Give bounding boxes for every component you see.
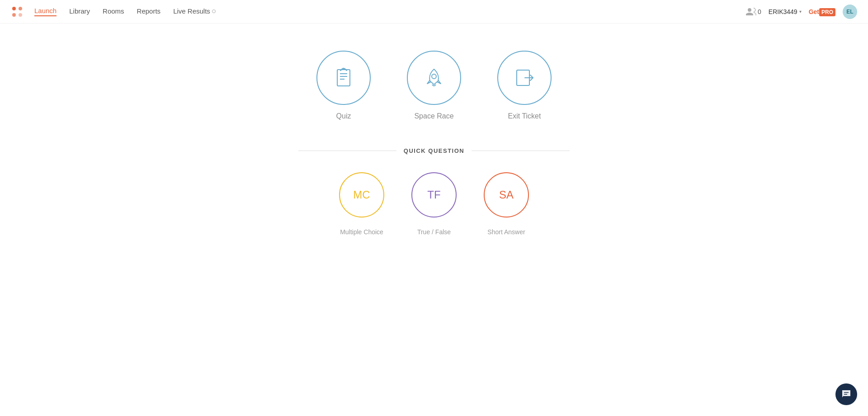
- space-race-circle[interactable]: [407, 51, 461, 105]
- quiz-item[interactable]: Quiz: [316, 51, 371, 120]
- avatar[interactable]: EL: [843, 5, 857, 19]
- username-dropdown[interactable]: ERIK3449 ▾: [769, 8, 802, 15]
- svg-point-2: [12, 13, 16, 17]
- nav-rooms[interactable]: Rooms: [103, 7, 124, 16]
- chat-icon: [841, 389, 851, 399]
- mc-label: Multiple Choice: [340, 228, 383, 236]
- tf-label: True / False: [417, 228, 451, 236]
- get-label: Get: [809, 8, 819, 15]
- tf-letters: TF: [427, 189, 440, 201]
- chevron-down-icon: ▾: [799, 9, 802, 14]
- main-content: Quiz Space Race: [0, 24, 868, 236]
- pro-label: PRO: [819, 8, 835, 16]
- sa-label: Short Answer: [487, 228, 525, 236]
- quick-question-icons: MC Multiple Choice TF True / False SA Sh…: [298, 172, 570, 236]
- quick-question-title: QUICK QUESTION: [396, 147, 472, 154]
- logo[interactable]: [11, 5, 24, 18]
- svg-point-3: [19, 13, 22, 17]
- user-count[interactable]: 0: [746, 8, 761, 15]
- header: Launch Library Rooms Reports Live Result…: [0, 0, 868, 24]
- chat-button[interactable]: [835, 383, 857, 405]
- sa-circle[interactable]: SA: [484, 172, 529, 217]
- space-race-label: Space Race: [414, 112, 453, 120]
- quiz-circle[interactable]: [316, 51, 371, 105]
- main-nav: Launch Library Rooms Reports Live Result…: [34, 7, 216, 16]
- nav-reports[interactable]: Reports: [137, 7, 161, 16]
- true-false-item[interactable]: TF True / False: [411, 172, 457, 236]
- svg-point-0: [12, 7, 16, 10]
- exit-ticket-label: Exit Ticket: [508, 112, 541, 120]
- exit-ticket-circle[interactable]: [497, 51, 552, 105]
- quick-question-header: QUICK QUESTION: [298, 147, 570, 154]
- multiple-choice-item[interactable]: MC Multiple Choice: [339, 172, 384, 236]
- quiz-icon: [331, 66, 356, 90]
- username-text: ERIK3449: [769, 8, 797, 15]
- space-race-item[interactable]: Space Race: [407, 51, 461, 120]
- nav-library[interactable]: Library: [69, 7, 90, 16]
- exit-ticket-item[interactable]: Exit Ticket: [497, 51, 552, 120]
- header-right: 0 ERIK3449 ▾ GetPRO EL: [746, 5, 857, 19]
- get-pro-button[interactable]: GetPRO: [809, 8, 835, 15]
- mc-letters: MC: [353, 189, 370, 201]
- user-count-number: 0: [758, 8, 761, 15]
- svg-point-8: [432, 74, 436, 79]
- qq-left-line: [298, 151, 396, 151]
- sa-letters: SA: [499, 189, 514, 201]
- svg-point-1: [19, 7, 22, 10]
- mc-circle[interactable]: MC: [339, 172, 384, 217]
- users-icon: [746, 8, 756, 15]
- qq-right-line: [472, 151, 570, 151]
- short-answer-item[interactable]: SA Short Answer: [484, 172, 529, 236]
- tf-circle[interactable]: TF: [411, 172, 457, 217]
- svg-rect-4: [337, 70, 350, 86]
- activity-icons-row: Quiz Space Race: [316, 51, 552, 120]
- notification-dot: [212, 9, 216, 13]
- nav-live-results[interactable]: Live Results: [173, 7, 216, 16]
- space-race-icon: [421, 65, 447, 91]
- quick-question-section: QUICK QUESTION MC Multiple Choice TF Tru…: [298, 147, 570, 236]
- quiz-label: Quiz: [336, 112, 351, 120]
- nav-launch[interactable]: Launch: [34, 7, 57, 16]
- exit-ticket-icon: [512, 66, 537, 90]
